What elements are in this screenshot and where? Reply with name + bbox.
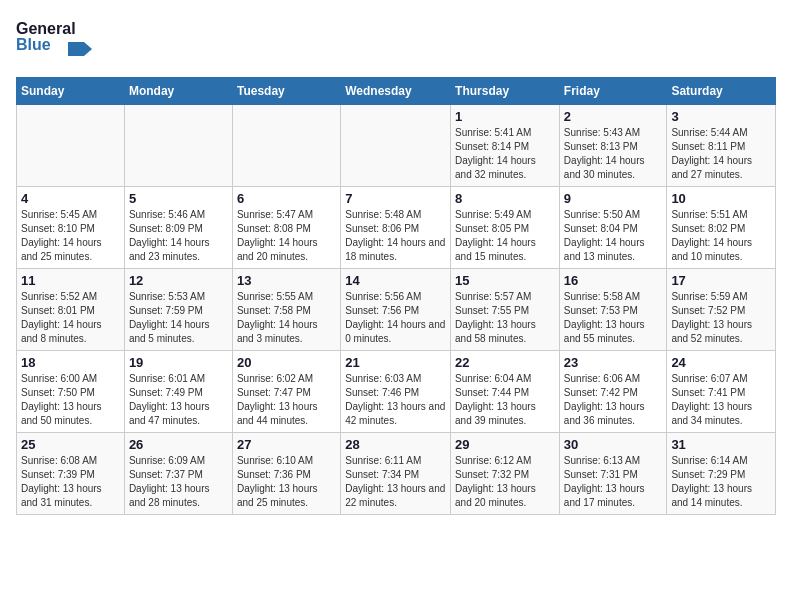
- calendar-cell: 1Sunrise: 5:41 AM Sunset: 8:14 PM Daylig…: [451, 105, 560, 187]
- day-number: 18: [21, 355, 120, 370]
- svg-text:Blue: Blue: [16, 36, 51, 53]
- calendar-cell: 26Sunrise: 6:09 AM Sunset: 7:37 PM Dayli…: [124, 433, 232, 515]
- calendar-cell: 24Sunrise: 6:07 AM Sunset: 7:41 PM Dayli…: [667, 351, 776, 433]
- day-number: 26: [129, 437, 228, 452]
- logo: General Blue: [16, 16, 96, 65]
- calendar-cell: 4Sunrise: 5:45 AM Sunset: 8:10 PM Daylig…: [17, 187, 125, 269]
- calendar-week-row: 11Sunrise: 5:52 AM Sunset: 8:01 PM Dayli…: [17, 269, 776, 351]
- day-info: Sunrise: 6:00 AM Sunset: 7:50 PM Dayligh…: [21, 372, 120, 428]
- calendar-cell: [124, 105, 232, 187]
- day-info: Sunrise: 6:11 AM Sunset: 7:34 PM Dayligh…: [345, 454, 446, 510]
- calendar-cell: 9Sunrise: 5:50 AM Sunset: 8:04 PM Daylig…: [559, 187, 667, 269]
- day-info: Sunrise: 5:45 AM Sunset: 8:10 PM Dayligh…: [21, 208, 120, 264]
- day-info: Sunrise: 5:56 AM Sunset: 7:56 PM Dayligh…: [345, 290, 446, 346]
- calendar-cell: 31Sunrise: 6:14 AM Sunset: 7:29 PM Dayli…: [667, 433, 776, 515]
- day-number: 10: [671, 191, 771, 206]
- day-number: 13: [237, 273, 336, 288]
- day-info: Sunrise: 5:59 AM Sunset: 7:52 PM Dayligh…: [671, 290, 771, 346]
- column-header-sunday: Sunday: [17, 78, 125, 105]
- day-info: Sunrise: 6:14 AM Sunset: 7:29 PM Dayligh…: [671, 454, 771, 510]
- calendar-cell: [232, 105, 340, 187]
- calendar-cell: 19Sunrise: 6:01 AM Sunset: 7:49 PM Dayli…: [124, 351, 232, 433]
- calendar-cell: 21Sunrise: 6:03 AM Sunset: 7:46 PM Dayli…: [341, 351, 451, 433]
- day-info: Sunrise: 5:58 AM Sunset: 7:53 PM Dayligh…: [564, 290, 663, 346]
- calendar-cell: 25Sunrise: 6:08 AM Sunset: 7:39 PM Dayli…: [17, 433, 125, 515]
- day-number: 5: [129, 191, 228, 206]
- day-number: 7: [345, 191, 446, 206]
- day-number: 20: [237, 355, 336, 370]
- day-number: 30: [564, 437, 663, 452]
- day-info: Sunrise: 6:09 AM Sunset: 7:37 PM Dayligh…: [129, 454, 228, 510]
- calendar-cell: 15Sunrise: 5:57 AM Sunset: 7:55 PM Dayli…: [451, 269, 560, 351]
- calendar-cell: [341, 105, 451, 187]
- calendar-cell: 20Sunrise: 6:02 AM Sunset: 7:47 PM Dayli…: [232, 351, 340, 433]
- day-number: 12: [129, 273, 228, 288]
- day-number: 24: [671, 355, 771, 370]
- day-number: 6: [237, 191, 336, 206]
- column-header-wednesday: Wednesday: [341, 78, 451, 105]
- column-header-thursday: Thursday: [451, 78, 560, 105]
- day-info: Sunrise: 5:51 AM Sunset: 8:02 PM Dayligh…: [671, 208, 771, 264]
- calendar-header-row: SundayMondayTuesdayWednesdayThursdayFrid…: [17, 78, 776, 105]
- calendar-week-row: 25Sunrise: 6:08 AM Sunset: 7:39 PM Dayli…: [17, 433, 776, 515]
- day-number: 16: [564, 273, 663, 288]
- day-info: Sunrise: 6:06 AM Sunset: 7:42 PM Dayligh…: [564, 372, 663, 428]
- day-number: 27: [237, 437, 336, 452]
- day-info: Sunrise: 5:57 AM Sunset: 7:55 PM Dayligh…: [455, 290, 555, 346]
- day-info: Sunrise: 6:04 AM Sunset: 7:44 PM Dayligh…: [455, 372, 555, 428]
- day-number: 3: [671, 109, 771, 124]
- day-info: Sunrise: 6:10 AM Sunset: 7:36 PM Dayligh…: [237, 454, 336, 510]
- calendar-cell: 7Sunrise: 5:48 AM Sunset: 8:06 PM Daylig…: [341, 187, 451, 269]
- calendar-cell: 14Sunrise: 5:56 AM Sunset: 7:56 PM Dayli…: [341, 269, 451, 351]
- calendar-cell: 5Sunrise: 5:46 AM Sunset: 8:09 PM Daylig…: [124, 187, 232, 269]
- day-number: 28: [345, 437, 446, 452]
- calendar-cell: 6Sunrise: 5:47 AM Sunset: 8:08 PM Daylig…: [232, 187, 340, 269]
- day-info: Sunrise: 5:49 AM Sunset: 8:05 PM Dayligh…: [455, 208, 555, 264]
- calendar-cell: 27Sunrise: 6:10 AM Sunset: 7:36 PM Dayli…: [232, 433, 340, 515]
- day-number: 1: [455, 109, 555, 124]
- calendar-cell: 22Sunrise: 6:04 AM Sunset: 7:44 PM Dayli…: [451, 351, 560, 433]
- calendar-cell: 13Sunrise: 5:55 AM Sunset: 7:58 PM Dayli…: [232, 269, 340, 351]
- svg-text:General: General: [16, 20, 76, 37]
- day-info: Sunrise: 5:48 AM Sunset: 8:06 PM Dayligh…: [345, 208, 446, 264]
- day-number: 8: [455, 191, 555, 206]
- calendar-cell: 8Sunrise: 5:49 AM Sunset: 8:05 PM Daylig…: [451, 187, 560, 269]
- calendar-cell: 3Sunrise: 5:44 AM Sunset: 8:11 PM Daylig…: [667, 105, 776, 187]
- day-info: Sunrise: 5:55 AM Sunset: 7:58 PM Dayligh…: [237, 290, 336, 346]
- calendar-cell: 11Sunrise: 5:52 AM Sunset: 8:01 PM Dayli…: [17, 269, 125, 351]
- day-number: 31: [671, 437, 771, 452]
- calendar-cell: 12Sunrise: 5:53 AM Sunset: 7:59 PM Dayli…: [124, 269, 232, 351]
- day-info: Sunrise: 6:03 AM Sunset: 7:46 PM Dayligh…: [345, 372, 446, 428]
- day-info: Sunrise: 6:01 AM Sunset: 7:49 PM Dayligh…: [129, 372, 228, 428]
- day-info: Sunrise: 6:08 AM Sunset: 7:39 PM Dayligh…: [21, 454, 120, 510]
- day-number: 23: [564, 355, 663, 370]
- day-number: 2: [564, 109, 663, 124]
- day-info: Sunrise: 6:13 AM Sunset: 7:31 PM Dayligh…: [564, 454, 663, 510]
- calendar-week-row: 18Sunrise: 6:00 AM Sunset: 7:50 PM Dayli…: [17, 351, 776, 433]
- day-number: 29: [455, 437, 555, 452]
- day-info: Sunrise: 5:44 AM Sunset: 8:11 PM Dayligh…: [671, 126, 771, 182]
- logo-icon: General Blue: [16, 16, 96, 65]
- day-number: 9: [564, 191, 663, 206]
- calendar-week-row: 4Sunrise: 5:45 AM Sunset: 8:10 PM Daylig…: [17, 187, 776, 269]
- calendar-cell: 10Sunrise: 5:51 AM Sunset: 8:02 PM Dayli…: [667, 187, 776, 269]
- calendar-cell: [17, 105, 125, 187]
- day-info: Sunrise: 5:52 AM Sunset: 8:01 PM Dayligh…: [21, 290, 120, 346]
- day-number: 15: [455, 273, 555, 288]
- day-number: 22: [455, 355, 555, 370]
- column-header-saturday: Saturday: [667, 78, 776, 105]
- day-number: 25: [21, 437, 120, 452]
- svg-marker-2: [68, 42, 92, 56]
- day-info: Sunrise: 6:07 AM Sunset: 7:41 PM Dayligh…: [671, 372, 771, 428]
- day-info: Sunrise: 5:43 AM Sunset: 8:13 PM Dayligh…: [564, 126, 663, 182]
- day-info: Sunrise: 5:53 AM Sunset: 7:59 PM Dayligh…: [129, 290, 228, 346]
- day-number: 11: [21, 273, 120, 288]
- calendar-cell: 23Sunrise: 6:06 AM Sunset: 7:42 PM Dayli…: [559, 351, 667, 433]
- day-number: 19: [129, 355, 228, 370]
- day-info: Sunrise: 5:50 AM Sunset: 8:04 PM Dayligh…: [564, 208, 663, 264]
- day-info: Sunrise: 6:12 AM Sunset: 7:32 PM Dayligh…: [455, 454, 555, 510]
- page-header: General Blue: [16, 16, 776, 65]
- calendar-cell: 28Sunrise: 6:11 AM Sunset: 7:34 PM Dayli…: [341, 433, 451, 515]
- column-header-tuesday: Tuesday: [232, 78, 340, 105]
- calendar-week-row: 1Sunrise: 5:41 AM Sunset: 8:14 PM Daylig…: [17, 105, 776, 187]
